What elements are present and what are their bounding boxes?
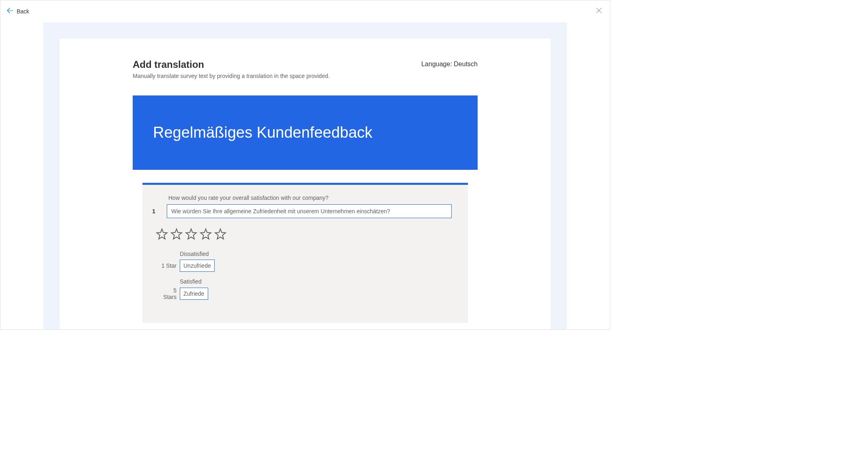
rating-row: 1 Star xyxy=(159,260,452,272)
page-title: Add translation xyxy=(133,59,204,70)
arrow-left-icon xyxy=(7,7,13,15)
question-row: 1 xyxy=(152,204,452,218)
rating-prefix: 5 Stars xyxy=(159,287,177,300)
rating-source-label: Satisfied xyxy=(180,278,452,285)
page-subtitle: Manually translate survey text by provid… xyxy=(133,73,478,79)
rating-translation-input[interactable] xyxy=(180,260,215,272)
close-icon xyxy=(596,8,602,13)
language-label: Language: Deutsch xyxy=(421,61,478,68)
rating-label-group: Dissatisfied 1 Star xyxy=(159,251,452,272)
star-icon[interactable] xyxy=(155,228,168,241)
header-row: Add translation Language: Deutsch xyxy=(133,59,478,70)
question-source-text: How would you rate your overall satisfac… xyxy=(168,195,452,201)
question-translation-input[interactable] xyxy=(167,204,452,218)
inner-card: Add translation Language: Deutsch Manual… xyxy=(60,39,551,329)
outer-container: Add translation Language: Deutsch Manual… xyxy=(43,22,567,329)
star-icon[interactable] xyxy=(214,228,227,241)
star-icon[interactable] xyxy=(170,228,183,241)
survey-title: Regelmäßiges Kundenfeedback xyxy=(153,124,457,141)
question-number: 1 xyxy=(152,208,160,214)
rating-prefix: 1 Star xyxy=(159,262,177,269)
question-block: How would you rate your overall satisfac… xyxy=(142,183,468,323)
star-icon[interactable] xyxy=(199,228,212,241)
rating-labels: Dissatisfied 1 Star Satisfied 5 Stars xyxy=(159,251,452,300)
close-button[interactable] xyxy=(594,6,603,17)
stars-row xyxy=(155,228,452,241)
back-label: Back xyxy=(17,8,29,15)
rating-source-label: Dissatisfied xyxy=(180,251,452,257)
star-icon[interactable] xyxy=(185,228,198,241)
rating-translation-input[interactable] xyxy=(180,288,208,300)
rating-row: 5 Stars xyxy=(159,287,452,300)
top-bar: Back xyxy=(0,0,610,22)
back-button[interactable]: Back xyxy=(7,7,29,15)
rating-label-group: Satisfied 5 Stars xyxy=(159,278,452,300)
survey-title-banner[interactable]: Regelmäßiges Kundenfeedback xyxy=(133,95,478,170)
